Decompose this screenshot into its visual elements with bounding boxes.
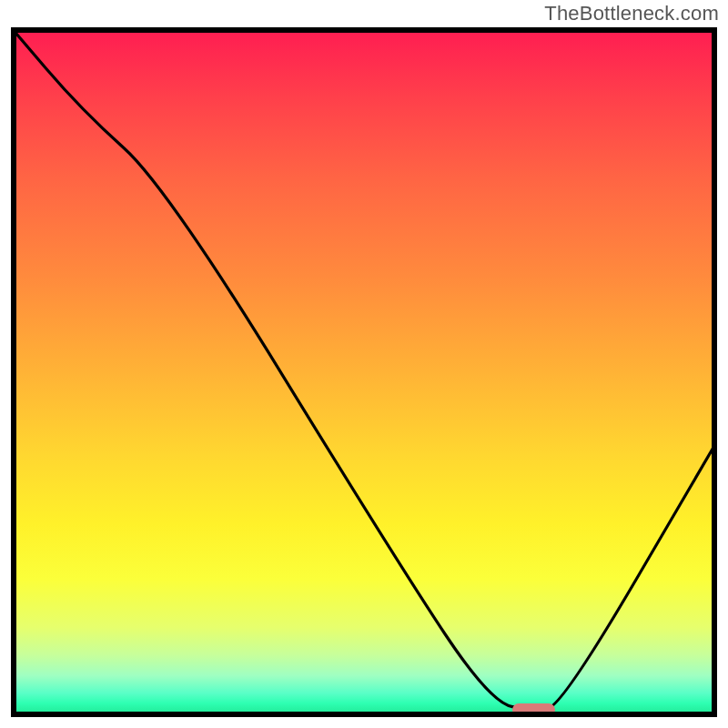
chart-container: TheBottleneck.com [0, 0, 728, 728]
optimal-range-marker [512, 703, 555, 716]
bottleneck-curve [11, 27, 717, 717]
watermark-text: TheBottleneck.com [544, 2, 719, 25]
